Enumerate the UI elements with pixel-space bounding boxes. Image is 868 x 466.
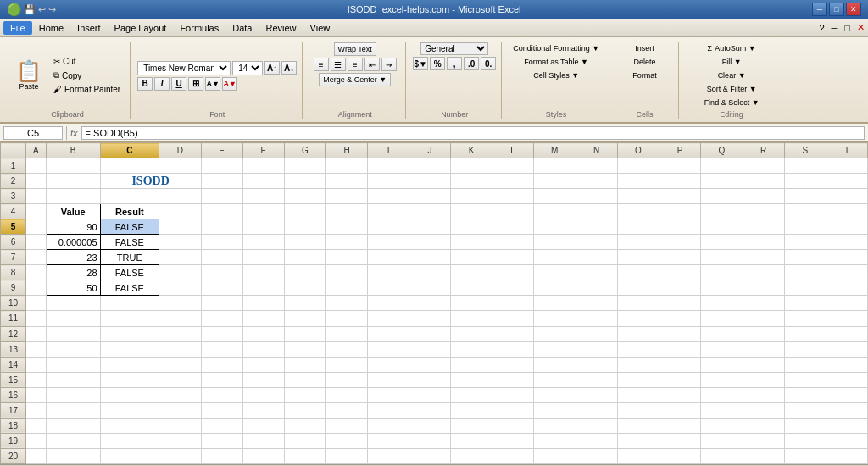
cell-F5[interactable] — [242, 219, 284, 235]
cell-C4[interactable]: Result — [100, 204, 159, 219]
increase-decimal-button[interactable]: .0 — [464, 57, 479, 70]
cell-J8[interactable] — [409, 265, 451, 280]
col-header-D[interactable]: D — [159, 143, 202, 158]
align-right-button[interactable]: ≡ — [348, 58, 363, 71]
cell-O9[interactable] — [617, 280, 659, 296]
cell-G4[interactable] — [284, 204, 326, 219]
cell-C7[interactable]: TRUE — [100, 250, 159, 265]
cell-E1[interactable] — [201, 158, 242, 174]
cell-G8[interactable] — [284, 265, 326, 280]
cell-K1[interactable] — [450, 158, 492, 174]
cell-B2[interactable] — [46, 174, 100, 189]
row-header-19[interactable]: 19 — [1, 433, 26, 448]
cell-M5[interactable] — [533, 219, 576, 235]
cell-L9[interactable] — [492, 280, 534, 296]
cell-N6[interactable] — [576, 235, 617, 250]
cell-B6[interactable]: 0.000005 — [46, 235, 100, 250]
decrease-indent-button[interactable]: ⇤ — [364, 58, 380, 71]
cell-S8[interactable] — [784, 265, 826, 280]
col-header-G[interactable]: G — [284, 143, 326, 158]
cell-P6[interactable] — [659, 235, 701, 250]
cell-C9[interactable]: FALSE — [100, 280, 159, 296]
cell-L6[interactable] — [492, 235, 534, 250]
cell-J4[interactable] — [409, 204, 451, 219]
cell-M2[interactable] — [533, 174, 576, 189]
clear-button[interactable]: Clear ▼ — [714, 69, 750, 81]
cell-E9[interactable] — [201, 280, 242, 296]
cell-M6[interactable] — [533, 235, 576, 250]
cell-I2[interactable] — [368, 174, 409, 189]
cell-L7[interactable] — [492, 250, 534, 265]
cell-N3[interactable] — [576, 189, 617, 204]
number-format-select[interactable]: General — [420, 42, 488, 55]
format-table-button[interactable]: Format as Table ▼ — [520, 56, 593, 68]
cell-T5[interactable] — [826, 219, 867, 235]
cell-ref-input[interactable] — [3, 126, 63, 140]
cell-Q5[interactable] — [701, 219, 743, 235]
menu-formulas[interactable]: Formulas — [173, 21, 225, 35]
currency-button[interactable]: $▼ — [413, 57, 428, 70]
fill-color-button[interactable]: A▼ — [205, 77, 220, 91]
cut-button[interactable]: ✂ Cut — [49, 55, 125, 68]
cell-P3[interactable] — [659, 189, 701, 204]
cell-S1[interactable] — [784, 158, 826, 174]
col-header-M[interactable]: M — [533, 143, 576, 158]
cell-K7[interactable] — [450, 250, 492, 265]
row-header-8[interactable]: 8 — [1, 265, 26, 280]
cell-N4[interactable] — [576, 204, 617, 219]
align-left-button[interactable]: ≡ — [314, 58, 329, 71]
cell-D8[interactable] — [159, 265, 202, 280]
format-painter-button[interactable]: 🖌 Format Painter — [49, 83, 125, 96]
cell-G7[interactable] — [284, 250, 326, 265]
cell-L1[interactable] — [492, 158, 534, 174]
cell-I5[interactable] — [368, 219, 409, 235]
row-header-10[interactable]: 10 — [1, 296, 26, 311]
cell-Q6[interactable] — [701, 235, 743, 250]
close-excel-button[interactable]: ✕ — [857, 22, 865, 33]
cell-F9[interactable] — [242, 280, 284, 296]
cell-T6[interactable] — [826, 235, 867, 250]
row-header-2[interactable]: 2 — [1, 174, 26, 189]
copy-button[interactable]: ⧉ Copy — [49, 69, 125, 82]
cell-D1[interactable] — [159, 158, 202, 174]
font-color-button[interactable]: A▼ — [222, 77, 237, 91]
cell-S4[interactable] — [784, 204, 826, 219]
comma-button[interactable]: , — [447, 57, 462, 70]
cell-P7[interactable] — [659, 250, 701, 265]
grow-font-button[interactable]: A↑ — [264, 61, 280, 75]
shrink-font-button[interactable]: A↓ — [281, 61, 297, 75]
cell-O3[interactable] — [617, 189, 659, 204]
cell-R3[interactable] — [743, 189, 784, 204]
cell-A7[interactable] — [26, 250, 47, 265]
cell-R8[interactable] — [743, 265, 784, 280]
cell-E4[interactable] — [201, 204, 242, 219]
cell-C2[interactable]: ISODD — [100, 174, 201, 189]
cell-T1[interactable] — [826, 158, 867, 174]
col-header-I[interactable]: I — [368, 143, 409, 158]
cell-D5[interactable] — [159, 219, 202, 235]
cell-J7[interactable] — [409, 250, 451, 265]
col-header-N[interactable]: N — [576, 143, 617, 158]
cell-R9[interactable] — [743, 280, 784, 296]
cell-O6[interactable] — [617, 235, 659, 250]
cell-A1[interactable] — [26, 158, 47, 174]
italic-button[interactable]: I — [154, 77, 170, 91]
cell-J5[interactable] — [409, 219, 451, 235]
cell-K9[interactable] — [450, 280, 492, 296]
col-header-C[interactable]: C — [100, 143, 159, 158]
cell-Q9[interactable] — [701, 280, 743, 296]
cell-K5[interactable] — [450, 219, 492, 235]
cell-N7[interactable] — [576, 250, 617, 265]
cell-K3[interactable] — [450, 189, 492, 204]
cell-O4[interactable] — [617, 204, 659, 219]
cell-J2[interactable] — [409, 174, 451, 189]
cell-A4[interactable] — [26, 204, 47, 219]
cell-J3[interactable] — [409, 189, 451, 204]
cell-Q2[interactable] — [701, 174, 743, 189]
row-header-7[interactable]: 7 — [1, 250, 26, 265]
row-header-9[interactable]: 9 — [1, 280, 26, 296]
cell-H1[interactable] — [326, 158, 367, 174]
cell-N5[interactable] — [576, 219, 617, 235]
cell-P8[interactable] — [659, 265, 701, 280]
cell-M1[interactable] — [533, 158, 576, 174]
